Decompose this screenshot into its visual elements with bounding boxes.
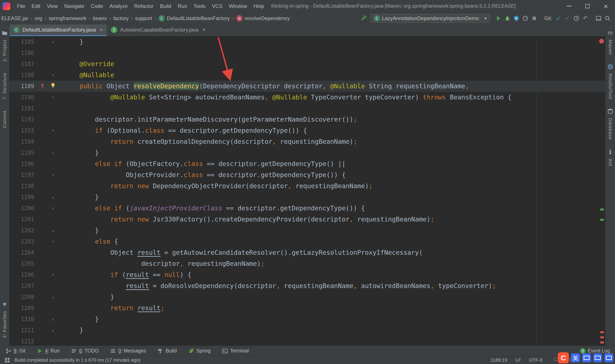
ime-language-badge[interactable]: 英 (571, 353, 580, 362)
fold-marker-icon[interactable]: ▴ (52, 314, 54, 325)
code-line[interactable]: 1189↑ public Object resolveDependency(De… (9, 81, 605, 92)
menu-file[interactable]: File (14, 0, 28, 12)
line-number[interactable]: 1195 (9, 147, 37, 158)
coverage-icon[interactable] (512, 14, 520, 22)
menu-build[interactable]: Build (157, 0, 174, 12)
code-line[interactable]: 1193▾ if (Optional.class == descriptor.g… (9, 125, 605, 136)
code-line[interactable]: 1210▴ } (9, 314, 605, 325)
tool-stripe-button-commit[interactable]: Commit (2, 108, 7, 131)
line-number[interactable]: 1192 (9, 114, 37, 125)
menu-navigate[interactable]: Navigate (61, 0, 88, 12)
maximize-button[interactable] (578, 0, 597, 12)
tool-stripe-button-restfultool[interactable]: RestfulTool (606, 63, 614, 102)
run-config-select[interactable]: C LazyAnnotationDependencyInjectionDemo … (371, 14, 490, 23)
breadcrumb-item-elease-jar[interactable]: ELEASE.jar (1, 15, 29, 21)
code-line[interactable]: 1205 descriptor, requestingBeanName); (9, 258, 605, 269)
code-line[interactable]: 1204 Object result = getAutowireCandidat… (9, 247, 605, 258)
fold-marker-icon[interactable]: ▾ (52, 70, 54, 81)
error-stripe[interactable] (599, 36, 605, 346)
line-number[interactable]: 1193 (9, 125, 37, 136)
code-line[interactable]: 1192 descriptor.initParameterNameDiscove… (9, 114, 605, 125)
tool-window-button-9-git[interactable]: 9: Git (5, 348, 26, 354)
menu-view[interactable]: View (44, 0, 61, 12)
menu-analyze[interactable]: Analyze (106, 0, 131, 12)
tool-window-button-terminal[interactable]: Terminal (222, 348, 249, 354)
breadcrumb-item-resolvedependency[interactable]: mresolveDependency (236, 15, 290, 22)
line-number[interactable]: 1190 (9, 92, 37, 103)
code-line[interactable]: 1187 @Override (9, 58, 605, 70)
line-number[interactable]: 1207 (9, 280, 37, 291)
fold-marker-icon[interactable]: ▾ (52, 236, 54, 247)
code-line[interactable]: 1201 return new Jsr330Factory().createDe… (9, 214, 605, 225)
breadcrumb-item-beans[interactable]: beans (93, 15, 107, 21)
line-number[interactable]: 1187 (9, 58, 37, 70)
ime-icon-2[interactable] (593, 353, 602, 362)
fold-marker-icon[interactable]: ▴ (52, 225, 54, 236)
breadcrumb-item-org[interactable]: org (34, 15, 43, 21)
line-number[interactable]: 1211 (9, 325, 37, 336)
tool-stripe-button-database[interactable]: Database (606, 107, 614, 143)
code-line[interactable]: 1185▴ } (9, 36, 605, 47)
line-number[interactable]: 1197 (9, 169, 37, 181)
code-line[interactable]: 1209 return result; (9, 302, 605, 314)
code-line[interactable]: 1197▾ ObjectProvider.class == descriptor… (9, 169, 605, 181)
error-mark[interactable] (600, 336, 604, 338)
menu-code[interactable]: Code (88, 0, 106, 12)
ime-icon-3[interactable] (604, 353, 613, 362)
intention-bulb-icon[interactable] (50, 81, 56, 92)
line-number[interactable]: 1204 (9, 247, 37, 258)
tab-defaultlistablebeanfactory-java[interactable]: CDefaultListableBeanFactory.java× (9, 24, 107, 36)
menu-window[interactable]: Window (226, 0, 250, 12)
line-number[interactable]: 1212 (9, 336, 37, 346)
code-line[interactable]: 1212 (9, 336, 605, 346)
line-number[interactable]: 1186 (9, 47, 37, 58)
code-line[interactable]: 1203▾ else { (9, 236, 605, 247)
fold-marker-icon[interactable]: ▾ (52, 92, 54, 103)
minimize-button[interactable] (560, 0, 578, 12)
line-number[interactable]: 1198 (9, 181, 37, 192)
tool-window-button-0-messages[interactable]: 0: Messages (110, 348, 146, 354)
fold-marker-icon[interactable]: ▾ (52, 125, 54, 136)
line-number[interactable]: 1210 (9, 314, 37, 325)
breadcrumb-item-support[interactable]: support (134, 15, 152, 21)
code-line[interactable]: 1188▾ @Nullable (9, 70, 605, 81)
code-line[interactable]: 1200▾ else if (javaxInjectProviderClass … (9, 203, 605, 214)
line-number[interactable]: 1201 (9, 214, 37, 225)
vcs-change-mark[interactable] (600, 208, 604, 211)
fold-marker-icon[interactable]: ▴ (52, 192, 54, 203)
code-line[interactable]: 1208▴ } (9, 291, 605, 302)
line-separator[interactable]: LF (516, 357, 521, 363)
tool-stripe-button-1-project[interactable]: 1: Project (1, 29, 9, 65)
line-number[interactable]: 1194 (9, 136, 37, 147)
tool-stripe-button-maven[interactable]: mMaven (606, 29, 614, 58)
tab-autowirecapablebeanfactory-java[interactable]: IAutowireCapableBeanFactory.java× (107, 24, 210, 36)
line-number[interactable]: 1200 (9, 203, 37, 214)
menu-run[interactable]: Run (174, 0, 190, 12)
menu-refactor[interactable]: Refactor (131, 0, 157, 12)
line-number[interactable]: 1205 (9, 258, 37, 269)
fold-marker-icon[interactable]: ▾ (52, 269, 54, 280)
file-encoding[interactable]: UTF-8 (529, 357, 542, 363)
line-number[interactable]: 1196 (9, 158, 37, 169)
line-number[interactable]: 1203 (9, 236, 37, 247)
line-number[interactable]: 1185 (9, 36, 37, 47)
fold-marker-icon[interactable]: ▴ (52, 36, 54, 47)
history-icon[interactable] (573, 14, 580, 22)
close-button[interactable]: × (597, 0, 615, 12)
fold-marker-icon[interactable]: ▾ (52, 169, 54, 181)
tool-stripe-button-2-favorites[interactable]: ★2: Favorites (1, 300, 9, 341)
layout-icon[interactable] (595, 14, 602, 22)
code-line[interactable]: 1211▴ } (9, 325, 605, 336)
toolwindow-toggle-icon[interactable] (3, 356, 11, 364)
tool-window-button-6-todo[interactable]: 6: TODO (71, 348, 99, 354)
error-mark[interactable] (600, 341, 604, 343)
fold-marker-icon[interactable]: ▴ (52, 325, 54, 336)
code-line[interactable]: 1207 result = doResolveDependency(descri… (9, 280, 605, 291)
code-line[interactable]: 1195▴ } (9, 147, 605, 158)
menu-edit[interactable]: Edit (28, 0, 44, 12)
code-line[interactable]: 1198 return new DependencyObjectProvider… (9, 181, 605, 192)
breadcrumb-item-defaultlistablebeanfactory[interactable]: CDefaultListableBeanFactory (158, 15, 230, 22)
line-number[interactable]: 1209 (9, 302, 37, 314)
code-line[interactable]: 1199▴ } (9, 192, 605, 203)
inspections-error-icon[interactable] (599, 39, 604, 43)
